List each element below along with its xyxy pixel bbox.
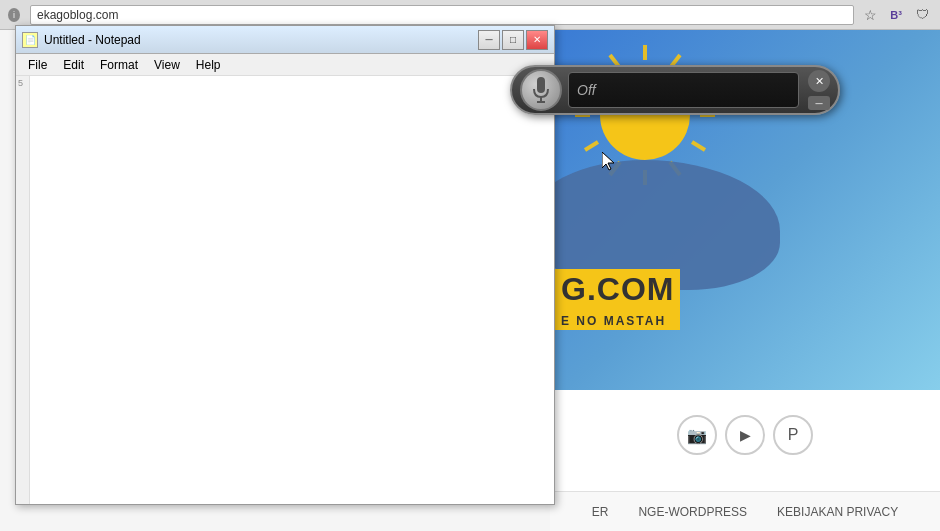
svg-line-4 [692,142,705,150]
extension-b3-icon[interactable]: B³ [886,5,906,25]
voice-widget-controls: ✕ ─ [804,70,830,110]
browser-window: i ekagoblog.com ☆ B³ 🛡 [0,0,940,531]
notepad-controls: ─ □ ✕ [478,30,548,50]
menu-help[interactable]: Help [188,56,229,74]
menu-view[interactable]: View [146,56,188,74]
notepad-maximize-btn[interactable]: □ [502,30,524,50]
info-icon: i [8,8,20,22]
notepad-window: 📄 Untitled - Notepad ─ □ ✕ File Edit For… [15,25,555,505]
notepad-title: Untitled - Notepad [44,33,478,47]
pinterest-icon[interactable]: P [773,415,813,455]
footer-link-wordpress[interactable]: NGE-WORDPRESS [638,505,747,519]
microphone-icon [532,77,550,103]
footer-link-privacy[interactable]: KEBIJAKAN PRIVACY [777,505,898,519]
logo-text-container: G.COM E NO MASTAH [555,269,680,330]
url-bar[interactable]: ekagoblog.com [30,5,854,25]
logo-main: G.COM [555,269,680,310]
voice-widget: Off ✕ ─ [510,65,840,115]
menu-file[interactable]: File [20,56,55,74]
notepad-titlebar: 📄 Untitled - Notepad ─ □ ✕ [16,26,554,54]
notepad-menubar: File Edit Format View Help [16,54,554,76]
logo-tagline: E NO MASTAH [561,314,666,328]
menu-format[interactable]: Format [92,56,146,74]
browser-right-icons: ☆ B³ 🛡 [860,5,932,25]
instagram-icon[interactable]: 📷 [677,415,717,455]
footer-links: ER NGE-WORDPRESS KEBIJAKAN PRIVACY [550,491,940,531]
logo-tagline-box: E NO MASTAH [555,310,680,330]
menu-edit[interactable]: Edit [55,56,92,74]
social-icons-row: 📷 ▶ P [550,415,940,455]
notepad-app-icon: 📄 [22,32,38,48]
footer-link-er[interactable]: ER [592,505,609,519]
notepad-textarea[interactable] [30,76,554,504]
svg-line-8 [585,142,598,150]
logo-gcom: G.COM [561,271,674,307]
favicon: i [8,7,24,23]
voice-status-display: Off [568,72,799,108]
notepad-left-ruler: 5 [16,76,30,504]
notepad-close-btn[interactable]: ✕ [526,30,548,50]
voice-minimize-button[interactable]: ─ [808,96,830,110]
shield-icon[interactable]: 🛡 [912,5,932,25]
microphone-button[interactable] [520,69,562,111]
bookmark-icon[interactable]: ☆ [860,5,880,25]
notepad-minimize-btn[interactable]: ─ [478,30,500,50]
voice-status-text: Off [577,82,596,98]
voice-close-button[interactable]: ✕ [808,70,830,92]
youtube-icon[interactable]: ▶ [725,415,765,455]
svg-rect-13 [537,77,545,93]
